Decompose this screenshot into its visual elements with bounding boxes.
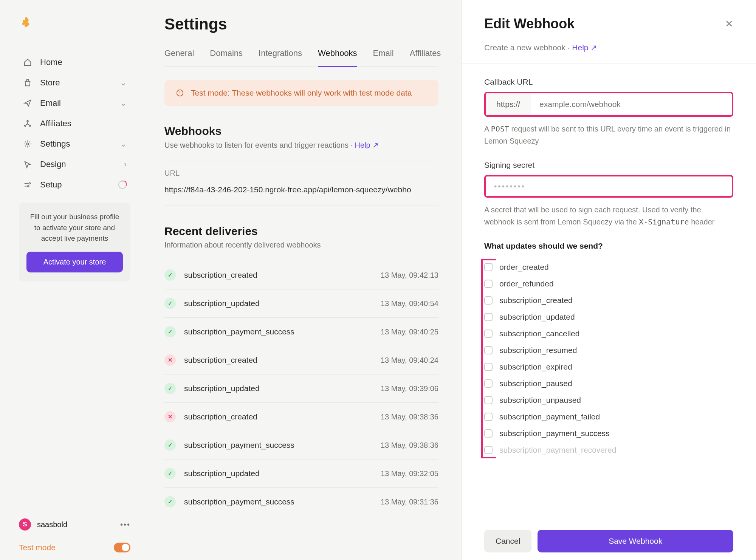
event-row-subscription_resumed[interactable]: subscription_resumed — [484, 342, 733, 359]
cancel-button[interactable]: Cancel — [484, 530, 531, 552]
x-icon: ✕ — [164, 411, 176, 422]
panel-help-link[interactable]: Help ↗ — [572, 43, 597, 52]
checkbox[interactable] — [484, 313, 493, 321]
tab-general[interactable]: General — [164, 48, 194, 66]
activate-store-button[interactable]: Activate your store — [26, 252, 123, 272]
x-icon: ✕ — [164, 354, 176, 366]
checkbox[interactable] — [484, 263, 493, 271]
event-label: subscription_resumed — [499, 346, 577, 355]
tab-affiliates[interactable]: Affiliates — [410, 48, 441, 66]
delivery-row[interactable]: ✓subscription_updated13 May, 09:40:54 — [164, 289, 438, 318]
nav-home[interactable]: Home — [19, 52, 130, 73]
delivery-row[interactable]: ✕subscription_created13 May, 09:38:36 — [164, 403, 438, 431]
sliders-icon — [23, 180, 33, 190]
nav-affiliates[interactable]: Affiliates — [19, 113, 130, 134]
chevron-down-icon: ⌄ — [120, 139, 127, 149]
delivery-event: subscription_created — [184, 356, 257, 365]
callback-url-help: A POST request will be sent to this URL … — [484, 123, 733, 147]
avatar: S — [19, 518, 31, 531]
event-row-subscription_created[interactable]: subscription_created — [484, 292, 733, 309]
tab-email[interactable]: Email — [373, 48, 394, 66]
signing-secret-input[interactable] — [484, 175, 733, 198]
checkbox[interactable] — [484, 346, 493, 354]
checkbox[interactable] — [484, 413, 493, 421]
nav-setup[interactable]: Setup — [19, 175, 130, 195]
webhooks-heading: Webhooks — [164, 125, 438, 138]
event-row-subscription_payment_success[interactable]: subscription_payment_success — [484, 425, 733, 442]
delivery-event: subscription_payment_success — [184, 497, 294, 506]
event-row-subscription_cancelled[interactable]: subscription_cancelled — [484, 325, 733, 342]
tab-webhooks[interactable]: Webhooks — [318, 48, 357, 67]
event-row-order_refunded[interactable]: order_refunded — [484, 275, 733, 292]
delivery-time: 13 May, 09:38:36 — [381, 441, 438, 450]
svg-point-0 — [27, 121, 28, 122]
cursor-icon — [23, 159, 33, 169]
delivery-time: 13 May, 09:31:36 — [381, 498, 438, 506]
checkbox[interactable] — [484, 446, 493, 454]
delivery-row[interactable]: ✓subscription_payment_success13 May, 09:… — [164, 431, 438, 459]
event-row-subscription_expired[interactable]: subscription_expired — [484, 359, 733, 375]
sidebar: Home Store ⌄ Email ⌄ Affiliates Settings… — [0, 0, 142, 560]
tab-domains[interactable]: Domains — [210, 48, 243, 66]
delivery-row[interactable]: ✓subscription_updated13 May, 09:39:06 — [164, 374, 438, 403]
test-mode-toggle[interactable] — [114, 543, 130, 552]
event-row-subscription_updated[interactable]: subscription_updated — [484, 309, 733, 325]
send-icon — [23, 98, 33, 108]
event-label: subscription_payment_success — [499, 429, 610, 438]
delivery-row[interactable]: ✓subscription_updated13 May, 09:32:05 — [164, 459, 438, 488]
event-row-subscription_payment_failed[interactable]: subscription_payment_failed — [484, 408, 733, 425]
check-icon: ✓ — [164, 496, 176, 507]
checkbox[interactable] — [484, 280, 493, 288]
checkbox[interactable] — [484, 396, 493, 404]
delivery-row[interactable]: ✕subscription_created13 May, 09:40:24 — [164, 346, 438, 374]
delivery-event: subscription_payment_success — [184, 441, 294, 450]
delivery-time: 13 May, 09:40:54 — [381, 299, 438, 308]
nav-label: Affiliates — [40, 119, 71, 128]
check-icon: ✓ — [164, 269, 176, 281]
event-row-subscription_paused[interactable]: subscription_paused — [484, 375, 733, 392]
main-content: Settings GeneralDomainsIntegrationsWebho… — [142, 0, 461, 560]
chevron-right-icon: › — [124, 159, 127, 169]
activate-card: Fill out your business profile to activa… — [19, 203, 130, 282]
nav-store[interactable]: Store ⌄ — [19, 73, 130, 93]
close-button[interactable]: ✕ — [725, 18, 733, 30]
logo — [19, 15, 130, 29]
callback-url-input[interactable] — [531, 93, 732, 115]
nav-design[interactable]: Design › — [19, 154, 130, 175]
delivery-time: 13 May, 09:32:05 — [381, 469, 438, 478]
delivery-event: subscription_payment_success — [184, 327, 294, 336]
setup-progress-icon — [118, 181, 127, 189]
url-scheme-prefix: https:// — [486, 93, 531, 115]
save-webhook-button[interactable]: Save Webhook — [538, 530, 733, 552]
event-row-subscription_payment_recovered[interactable]: subscription_payment_recovered — [484, 442, 733, 458]
account-switcher[interactable]: S saasbold ••• — [19, 513, 130, 536]
event-label: subscription_unpaused — [499, 396, 581, 405]
chevron-down-icon: ⌄ — [120, 98, 127, 108]
event-label: subscription_paused — [499, 379, 572, 388]
url-col-header: URL — [164, 161, 438, 178]
event-row-subscription_unpaused[interactable]: subscription_unpaused — [484, 392, 733, 408]
more-icon[interactable]: ••• — [120, 520, 130, 529]
recent-deliveries-heading: Recent deliveries — [164, 225, 438, 238]
checkbox[interactable] — [484, 379, 493, 388]
delivery-time: 13 May, 09:42:13 — [381, 271, 438, 280]
delivery-event: subscription_created — [184, 412, 257, 421]
event-row-order_created[interactable]: order_created — [484, 259, 733, 275]
settings-tabs: GeneralDomainsIntegrationsWebhooksEmailA… — [164, 48, 438, 67]
nav-settings[interactable]: Settings ⌄ — [19, 134, 130, 154]
chevron-down-icon: ⌄ — [120, 78, 127, 88]
checkbox[interactable] — [484, 330, 493, 338]
tab-integrations[interactable]: Integrations — [259, 48, 302, 66]
delivery-row[interactable]: ✓subscription_created13 May, 09:42:13 — [164, 261, 438, 289]
delivery-row[interactable]: ✓subscription_payment_success13 May, 09:… — [164, 488, 438, 516]
webhook-url-value[interactable]: https://f84a-43-246-202-150.ngrok-free.a… — [164, 185, 438, 206]
delivery-row[interactable]: ✓subscription_payment_success13 May, 09:… — [164, 318, 438, 346]
checkbox[interactable] — [484, 363, 493, 371]
delivery-time: 13 May, 09:40:25 — [381, 328, 438, 336]
checkbox[interactable] — [484, 429, 493, 438]
checkbox[interactable] — [484, 296, 493, 305]
help-link[interactable]: Help ↗ — [355, 141, 379, 149]
nav-email[interactable]: Email ⌄ — [19, 93, 130, 113]
delivery-event: subscription_updated — [184, 469, 260, 478]
test-mode-alert: Test mode: These webhooks will only work… — [164, 80, 438, 106]
